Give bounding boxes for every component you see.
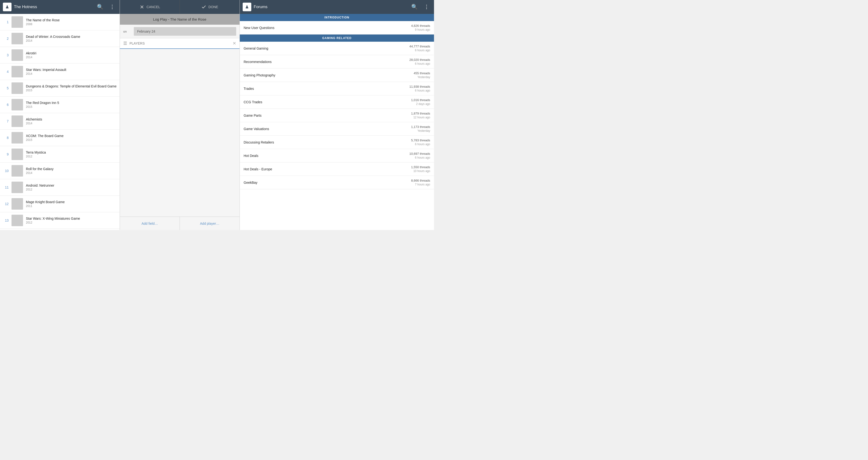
game-year: 2014 [26, 171, 117, 175]
forum-name: CCG Trades [244, 100, 262, 104]
forum-row[interactable]: New User Questions 4,826 threads 9 hours… [240, 21, 434, 34]
add-field-button[interactable]: Add field… [120, 217, 180, 230]
forum-threads: 11,938 threads [409, 85, 430, 89]
game-year: 2012 [26, 155, 117, 158]
game-row[interactable]: 9 Terra Mystica 2012 [0, 146, 120, 163]
rank-number: 3 [3, 53, 9, 57]
forum-row[interactable]: Gaming Photography 455 threads Yesterday [240, 68, 434, 82]
middle-header: CANCEL DONE [120, 0, 240, 14]
rank-number: 2 [3, 37, 9, 40]
forum-time: Yesterday [411, 129, 430, 132]
right-panel: ♟ Forums 🔍 ⋮ INTRODUCTION New User Quest… [240, 0, 434, 230]
game-year: 2015 [26, 105, 117, 108]
right-header: ♟ Forums 🔍 ⋮ [240, 0, 434, 14]
forum-name: Game Parts [244, 113, 261, 118]
game-year: 2008 [26, 23, 117, 26]
game-row[interactable]: 2 Dead of Winter: A Crossroads Game 2014 [0, 30, 120, 47]
forum-row[interactable]: CCG Trades 1,016 threads 2 days ago [240, 95, 434, 109]
date-input[interactable] [134, 27, 236, 36]
forum-row[interactable]: Recommendations 28,020 threads 6 hours a… [240, 55, 434, 68]
cancel-button[interactable]: CANCEL [120, 0, 180, 14]
forum-row[interactable]: Game Parts 1,879 threads 12 hours ago [240, 109, 434, 122]
forum-name: Recommendations [244, 60, 272, 64]
game-name: The Name of the Rose [26, 18, 117, 22]
forum-threads: 1,879 threads [411, 112, 430, 115]
game-name: Mage Knight Board Game [26, 200, 117, 204]
game-year: 2015 [26, 89, 117, 92]
forum-time: Yesterday [414, 75, 430, 79]
forum-row[interactable]: Discussing Retailers 5,783 threads 6 hou… [240, 136, 434, 149]
game-name: Android: Netrunner [26, 184, 117, 187]
game-name: XCOM: The Board Game [26, 134, 117, 138]
forum-threads: 5,783 threads [411, 138, 430, 142]
game-thumbnail [11, 33, 23, 44]
forum-time: 10 hours ago [411, 169, 430, 173]
game-thumbnail [11, 99, 23, 110]
game-year: 2014 [26, 122, 117, 125]
search-button-left[interactable]: 🔍 [95, 3, 105, 11]
forum-name: Trades [244, 87, 254, 91]
menu-button-right[interactable]: ⋮ [422, 3, 431, 11]
rank-number: 12 [3, 202, 9, 206]
game-name: Alchemists [26, 118, 117, 121]
game-thumbnail [11, 50, 23, 61]
game-year: 2014 [26, 39, 117, 42]
forum-row[interactable]: GeekBay 8,666 threads 7 hours ago [240, 176, 434, 189]
search-button-right[interactable]: 🔍 [409, 3, 420, 11]
forum-name: Discussing Retailers [244, 140, 274, 144]
forum-threads: 455 threads [414, 71, 430, 75]
forum-threads: 4,826 threads [411, 24, 430, 28]
forum-time: 12 hours ago [411, 116, 430, 119]
forum-time: 6 hours ago [409, 89, 430, 92]
game-row[interactable]: 7 Alchemists 2014 [0, 113, 120, 130]
forum-row[interactable]: Hot Deals - Europe 1,550 threads 10 hour… [240, 162, 434, 176]
game-row[interactable]: 3 Akrotiri 2014 [0, 47, 120, 64]
forum-name: Gaming Photography [244, 73, 275, 77]
rank-number: 13 [3, 219, 9, 222]
forum-list: INTRODUCTION New User Questions 4,826 th… [240, 14, 434, 230]
game-row[interactable]: 5 Dungeons & Dragons: Temple of Elementa… [0, 80, 120, 97]
left-panel: ♟ The Hotness 🔍 ⋮ 1 The Name of the Rose… [0, 0, 120, 230]
forum-name: Game Valuations [244, 127, 269, 131]
game-row[interactable]: 12 Mage Knight Board Game 2011 [0, 196, 120, 212]
players-row: ☰ ✕ [120, 38, 240, 49]
players-clear-button[interactable]: ✕ [232, 41, 236, 46]
done-button[interactable]: DONE [180, 0, 240, 14]
middle-panel: CANCEL DONE Log Play - The Name of the R… [120, 0, 240, 230]
game-thumbnail [11, 198, 23, 210]
forum-time: 2 days ago [411, 102, 430, 106]
right-logo: ♟ [243, 3, 251, 11]
game-thumbnail [11, 182, 23, 193]
menu-button-left[interactable]: ⋮ [108, 3, 117, 11]
date-label: on [123, 30, 130, 33]
game-row[interactable]: 13 Star Wars: X-Wing Miniatures Game 201… [0, 212, 120, 229]
forum-threads: 1,173 threads [411, 125, 430, 129]
rank-number: 10 [3, 169, 9, 173]
forum-row[interactable]: Hot Deals 10,697 threads 6 hours ago [240, 149, 434, 162]
game-row[interactable]: 8 XCOM: The Board Game 2015 [0, 130, 120, 146]
rank-number: 9 [3, 152, 9, 156]
dialog-footer: Add field… Add player… [120, 217, 240, 230]
add-player-button[interactable]: Add player… [180, 217, 240, 230]
forum-row[interactable]: Trades 11,938 threads 6 hours ago [240, 82, 434, 95]
game-row[interactable]: 11 Android: Netrunner 2012 [0, 179, 120, 196]
forum-time: 6 hours ago [409, 62, 430, 65]
game-name: Roll for the Galaxy [26, 167, 117, 171]
forum-row[interactable]: Game Valuations 1,173 threads Yesterday [240, 122, 434, 136]
section-header: GAMING RELATED [240, 34, 434, 42]
game-thumbnail [11, 165, 23, 176]
rank-number: 7 [3, 119, 9, 123]
game-row[interactable]: 6 The Red Dragon Inn 5 2015 [0, 97, 120, 113]
rank-number: 6 [3, 103, 9, 107]
game-row[interactable]: 1 The Name of the Rose 2008 [0, 14, 120, 30]
game-name: Akrotiri [26, 51, 117, 55]
players-input[interactable] [129, 41, 230, 45]
rank-number: 1 [3, 20, 9, 24]
game-name: Terra Mystica [26, 151, 117, 154]
game-row[interactable]: 4 Star Wars: Imperial Assault 2014 [0, 64, 120, 80]
game-year: 2014 [26, 72, 117, 75]
forum-row[interactable]: General Gaming 44,777 threads 6 hours ag… [240, 42, 434, 55]
game-name: Star Wars: X-Wing Miniatures Game [26, 217, 117, 221]
forum-time: 7 hours ago [411, 183, 430, 186]
game-row[interactable]: 10 Roll for the Galaxy 2014 [0, 163, 120, 179]
